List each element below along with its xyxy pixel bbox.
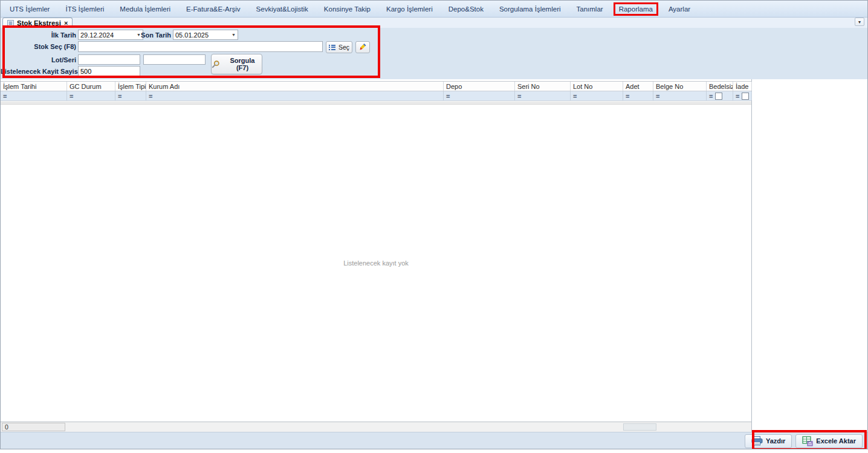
- column-header-adet[interactable]: Adet: [623, 82, 653, 91]
- sec-button-label: Seç: [338, 44, 349, 51]
- filter-operator-icon[interactable]: =: [3, 93, 7, 100]
- tab-close-icon[interactable]: ×: [64, 19, 68, 27]
- grid-header-row: İşlem TarihiGC Durumİşlem TipiKurum AdıD…: [1, 81, 751, 91]
- column-header-seri-no[interactable]: Seri No: [515, 82, 571, 91]
- tab-list-dropdown-button[interactable]: ▾: [855, 18, 864, 26]
- filter-cell-adet[interactable]: =: [623, 91, 653, 100]
- filter-checkbox-i-ade[interactable]: [742, 93, 749, 100]
- column-header-i-lem-tipi[interactable]: İşlem Tipi: [115, 82, 146, 91]
- filter-cell-gc-durum[interactable]: =: [67, 91, 115, 100]
- sec-button[interactable]: Seç: [326, 41, 352, 53]
- menu-item-i-ts-i-lemleri[interactable]: İTS İşlemleri: [60, 2, 109, 16]
- filter-operator-icon[interactable]: =: [149, 93, 152, 100]
- filter-operator-icon[interactable]: =: [118, 93, 121, 100]
- excel-export-icon: [802, 436, 813, 446]
- filter-operator-icon[interactable]: =: [709, 93, 713, 100]
- application-window: UTS İşlemlerİTS İşlemleriMedula İşlemler…: [0, 0, 868, 449]
- filter-cell-i-lem-tarihi[interactable]: =: [1, 91, 67, 100]
- column-header-depo[interactable]: Depo: [444, 82, 515, 91]
- tab-stok-ekstresi[interactable]: Stok Ekstresi ×: [2, 18, 73, 28]
- filter-form-panel: İlk Tarih 29.12.2024 ▼ Son Tarih 05.01.2…: [1, 28, 867, 79]
- ilk-tarih-label: İlk Tarih: [1, 31, 76, 39]
- filter-operator-icon[interactable]: =: [446, 93, 450, 100]
- lot-seri-input-1[interactable]: [78, 54, 140, 65]
- excele-aktar-button[interactable]: Excele Aktar: [795, 434, 863, 448]
- pencil-eraser-icon: [358, 43, 367, 51]
- printer-icon: [751, 436, 763, 446]
- yazdir-button-label: Yazdır: [766, 437, 785, 445]
- stok-sec-input[interactable]: [78, 41, 323, 52]
- column-header-gc-durum[interactable]: GC Durum: [67, 82, 115, 91]
- column-header-kurum-ad[interactable]: Kurum Adı: [146, 82, 444, 91]
- menu-item-konsinye-takip[interactable]: Konsinye Takip: [319, 2, 376, 16]
- filter-operator-icon[interactable]: =: [656, 93, 659, 100]
- filter-cell-bedelsiz[interactable]: =: [707, 91, 733, 100]
- sorgula-button-label: Sorgula (F7): [223, 57, 262, 71]
- list-icon: [329, 45, 335, 50]
- kayit-sayisi-input[interactable]: [78, 66, 140, 76]
- filter-cell-kurum-ad[interactable]: =: [146, 91, 444, 100]
- tab-bar: Stok Ekstresi × ▾: [1, 18, 867, 28]
- empty-grid-message: Listelenecek kayıt yok: [1, 259, 751, 267]
- document-icon: [7, 20, 14, 27]
- lot-seri-input-2[interactable]: [143, 54, 206, 65]
- sorgula-button[interactable]: Sorgula (F7): [211, 54, 262, 74]
- horizontal-scrollbar[interactable]: 0: [1, 422, 751, 432]
- filter-operator-icon[interactable]: =: [736, 93, 739, 100]
- grid-body: Listelenecek kayıt yok: [1, 105, 751, 422]
- menu-item-sevkiyat-lojistik[interactable]: Sevkiyat&Lojistik: [251, 2, 314, 16]
- record-count: 0: [5, 423, 8, 431]
- son-tarih-label: Son Tarih: [96, 31, 171, 39]
- menu-bar: UTS İşlemlerİTS İşlemleriMedula İşlemler…: [1, 1, 867, 18]
- filter-checkbox-bedelsiz[interactable]: [715, 93, 722, 100]
- menu-item-tan-mlar[interactable]: Tanımlar: [571, 2, 609, 16]
- menu-item-sorgulama-i-lemleri[interactable]: Sorgulama İşlemleri: [494, 2, 566, 16]
- filter-cell-i-ade[interactable]: =: [733, 91, 752, 100]
- filter-cell-seri-no[interactable]: =: [515, 91, 571, 100]
- column-header-i-lem-tarihi[interactable]: İşlem Tarihi: [1, 82, 67, 91]
- filter-operator-icon[interactable]: =: [70, 93, 73, 100]
- son-tarih-combo[interactable]: 05.01.2025 ▼: [173, 30, 238, 40]
- menu-item-e-fatura-e-ar-iv[interactable]: E-Fatura&E-Arşiv: [181, 2, 245, 16]
- filter-cell-belge-no[interactable]: =: [653, 91, 707, 100]
- filter-operator-icon[interactable]: =: [517, 93, 521, 100]
- menu-item-ayarlar[interactable]: Ayarlar: [663, 2, 696, 16]
- menu-item-kargo-i-lemleri[interactable]: Kargo İşlemleri: [381, 2, 438, 16]
- filter-operator-icon[interactable]: =: [626, 93, 629, 100]
- column-header-i-ade[interactable]: İade: [733, 82, 752, 91]
- menu-item-depo-stok[interactable]: Depo&Stok: [443, 2, 489, 16]
- column-header-bedelsiz[interactable]: Bedelsiz: [707, 82, 733, 91]
- son-tarih-value: 05.01.2025: [175, 31, 230, 39]
- excele-aktar-button-label: Excele Aktar: [816, 437, 856, 445]
- column-header-lot-no[interactable]: Lot No: [571, 82, 623, 91]
- record-count-box: 0: [2, 423, 65, 431]
- magnifier-icon: [212, 60, 220, 68]
- clear-button[interactable]: [355, 41, 370, 53]
- menu-item-raporlama[interactable]: Raporlama: [614, 2, 658, 16]
- filter-cell-depo[interactable]: =: [444, 91, 515, 100]
- menu-item-medula-i-lemleri[interactable]: Medula İşlemleri: [114, 2, 176, 16]
- column-header-belge-no[interactable]: Belge No: [653, 82, 707, 91]
- grid-filter-row: ===========: [1, 91, 751, 101]
- filter-operator-icon[interactable]: =: [573, 93, 577, 100]
- dropdown-arrow-icon[interactable]: ▼: [230, 33, 236, 37]
- menu-item-uts-i-lemler[interactable]: UTS İşlemler: [4, 2, 55, 16]
- caret-down-icon: ▾: [858, 19, 861, 25]
- lot-seri-label: Lot/Seri: [1, 56, 76, 64]
- tab-label: Stok Ekstresi: [17, 19, 61, 27]
- kayit-sayisi-label: Listelenecek Kayit Sayisi: [1, 68, 76, 75]
- data-grid: İşlem TarihiGC Durumİşlem TipiKurum AdıD…: [1, 79, 752, 432]
- scrollbar-thumb[interactable]: [623, 423, 656, 431]
- bottom-bar: Yazdır Excele Aktar: [1, 432, 867, 449]
- yazdir-button[interactable]: Yazdır: [745, 434, 792, 448]
- filter-cell-i-lem-tipi[interactable]: =: [115, 91, 146, 100]
- stok-sec-label: Stok Seç (F8): [1, 43, 76, 50]
- filter-cell-lot-no[interactable]: =: [571, 91, 623, 100]
